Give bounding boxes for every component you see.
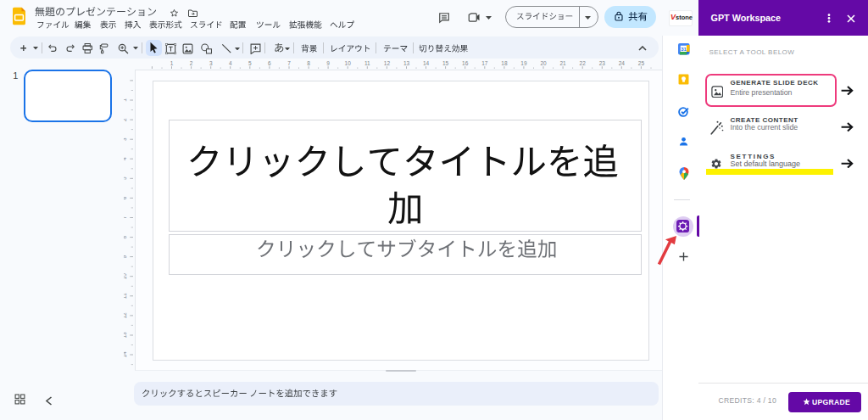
svg-text:18: 18	[501, 60, 508, 66]
svg-text:12: 12	[124, 312, 127, 319]
svg-text:7: 7	[287, 60, 291, 66]
svg-text:5: 5	[248, 60, 252, 66]
svg-text:3: 3	[124, 137, 127, 141]
svg-text:2: 2	[190, 60, 193, 66]
svg-text:21: 21	[559, 60, 566, 66]
svg-text:24: 24	[619, 60, 626, 66]
svg-text:6: 6	[124, 196, 127, 199]
svg-text:3: 3	[209, 60, 213, 66]
svg-text:31: 31	[681, 47, 687, 52]
svg-text:4: 4	[124, 157, 127, 160]
svg-text:1: 1	[124, 98, 127, 102]
svg-text:25: 25	[638, 60, 645, 66]
svg-text:9: 9	[124, 255, 127, 258]
svg-text:17: 17	[481, 60, 488, 66]
svg-text:5: 5	[124, 176, 127, 180]
svg-text:7: 7	[124, 216, 127, 219]
svg-text:19: 19	[520, 60, 527, 66]
svg-text:12: 12	[384, 60, 391, 66]
svg-text:11: 11	[124, 293, 127, 299]
svg-text:8: 8	[307, 60, 310, 66]
svg-text:22: 22	[580, 60, 587, 66]
svg-text:23: 23	[599, 60, 606, 66]
svg-text:9: 9	[326, 60, 330, 66]
svg-text:4: 4	[229, 60, 232, 66]
svg-text:8: 8	[124, 235, 127, 238]
svg-text:6: 6	[268, 60, 271, 66]
svg-text:15: 15	[442, 60, 449, 66]
svg-text:20: 20	[540, 60, 547, 66]
svg-text:10: 10	[124, 273, 127, 280]
svg-text:10: 10	[345, 60, 352, 66]
svg-text:14: 14	[124, 351, 127, 358]
svg-text:14: 14	[423, 60, 430, 66]
svg-text:13: 13	[403, 60, 410, 66]
svg-text:13: 13	[124, 332, 127, 339]
svg-text:2: 2	[124, 118, 127, 121]
svg-text:16: 16	[462, 60, 469, 66]
svg-text:1: 1	[170, 60, 174, 66]
svg-text:11: 11	[364, 60, 370, 66]
